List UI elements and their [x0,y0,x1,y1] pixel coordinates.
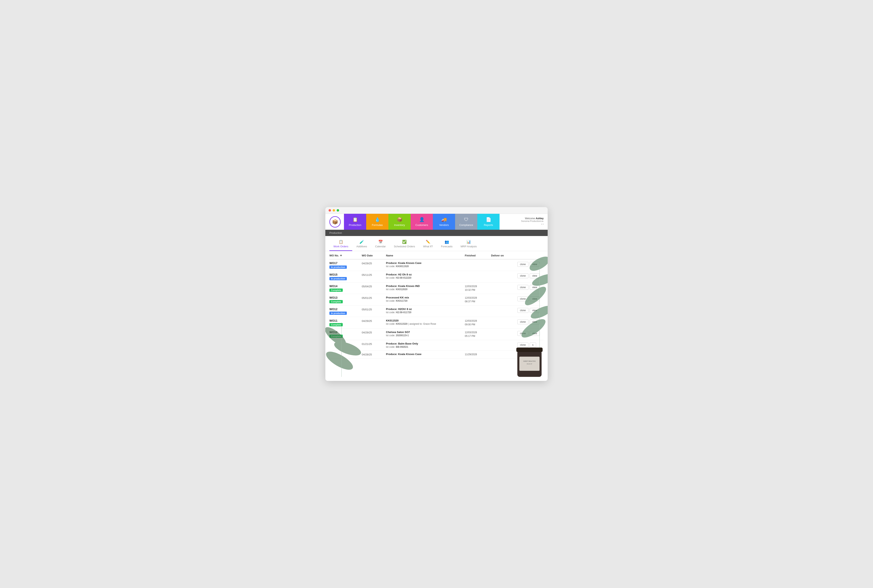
finished-cell: 12/03/202810:32 PM [465,285,491,292]
view-button[interactable]: view [530,320,540,324]
status-badge: Complete [329,334,343,338]
action-cell [518,352,544,353]
clone-button[interactable]: clone [518,308,528,313]
clone-button[interactable]: clone [518,296,528,301]
nav-item-compliance[interactable]: 🛡 Compliance [455,214,477,230]
formulas-icon: 💧 [375,217,380,222]
view-button[interactable]: view [530,262,540,267]
tab-additives-label: Additives [356,245,367,248]
col-wo-no[interactable]: WO No. ▼ [329,254,362,257]
status-badge: In production [329,312,347,315]
logo: 📦 [329,214,344,230]
name-cell: Produce: H2Oh! 8 oz lot code: H2:08-0117… [386,308,465,314]
col-name: Name [386,254,465,257]
finished-cell: 12/03/202805:17 PM [465,331,491,338]
settings-dots[interactable]: • • [521,223,544,226]
lot-code: lot code: H2:08-011720 [386,311,465,314]
skip-button[interactable]: s [530,342,536,347]
name-cell: Produce: Koala Kisses Case [386,352,465,356]
work-orders-table: WO No. ▼ WO Date Name Finished Deliver o… [326,251,548,358]
tab-mrp-analysis[interactable]: 📊 MRP Analysis [456,238,481,251]
wo-number: WO10 [329,331,362,334]
col-wo-date: WO Date [362,254,386,257]
nav-item-production[interactable]: 📋 Production [344,214,366,230]
section-title: Production [329,231,342,234]
nav-item-customers[interactable]: 👤 Customers [411,214,433,230]
tab-work-orders[interactable]: 📋 Work Orders [329,238,352,251]
clone-button[interactable]: clone [518,320,528,324]
svg-text:BALM UP: BALM UP [527,363,532,364]
table-row: WO11 Complete 04/29/25 KK011520 lot code… [329,317,544,328]
action-cell: clone view [518,308,544,313]
production-icon: 📋 [352,217,358,222]
item-name: Chelsea Salon SO7 [386,331,465,334]
name-cell: Produce: Koala Kisses Case lot code: KK0… [386,261,465,268]
tab-mrp-analysis-label: MRP Analysis [460,245,477,248]
maximize-button[interactable] [337,209,339,212]
wo-date-cell: 01/21/25 [362,342,386,345]
close-button[interactable] [328,209,331,212]
calendar-icon: 📅 [378,240,383,244]
customers-icon: 👤 [419,217,424,222]
wo-date-cell: 04/29/25 [362,261,386,265]
minimize-button[interactable] [333,209,335,212]
lot-code: lot code: H2:08-012220 [386,276,465,279]
tab-scheduled-orders[interactable]: ✅ Scheduled Orders [390,238,419,251]
name-cell: Produce: Koala Kisses IND lot code: KK01… [386,285,465,291]
titlebar [326,207,548,214]
wo-number-cell: WO10 Complete [329,331,362,338]
nav-item-formulas[interactable]: 💧 Formulas [366,214,388,230]
name-cell: Chelsea Salon SO7 lot code: 20200115-1 [386,331,465,337]
col-actions [518,254,544,257]
view-button[interactable]: view [530,331,540,336]
lot-code: lot code: KK0011520 [386,265,465,268]
table-row: 04/28/25 Produce: Koala Kisses Case 11/2… [329,351,544,358]
view-button[interactable]: view [530,285,540,290]
lot-code: lot code: 20200115-1 [386,334,465,337]
table-row: WO14 Complete 05/04/25 Produce: Koala Ki… [329,282,544,294]
col-finished: Finished [465,254,491,257]
action-cell: clone s [518,342,544,347]
name-cell: Produce: H2 Oh 8 oz lot code: H2:08-0122… [386,273,465,279]
welcome-name: Ashley [536,217,544,220]
wo-number-cell: WO17 In production [329,261,362,269]
lot-code: lot code: KK011720 [386,300,465,302]
tab-forecasts[interactable]: 👥 Forecasts [437,238,456,251]
inventory-label: Inventory [394,224,405,226]
name-cell: Produce: Balm Base Only lot code: BB:092… [386,342,465,348]
clone-button[interactable]: clone [518,262,528,267]
nav-item-reports[interactable]: 📄 Reports [477,214,500,230]
finished-cell: 12/03/202809:00 PM [465,319,491,326]
view-button[interactable]: view [530,296,540,301]
nav-item-vendors[interactable]: 🚚 Vendors [433,214,455,230]
tab-additives[interactable]: 🧪 Additives [352,238,371,251]
action-cell: clone view [518,319,544,324]
tab-forecasts-label: Forecasts [441,245,453,248]
view-button[interactable]: view [530,273,540,278]
formulas-label: Formulas [372,224,383,226]
mrp-analysis-icon: 📊 [466,240,471,244]
clone-button[interactable]: clone [518,285,528,290]
nav-bar: 📋 Production 💧 Formulas 📦 Inventory 👤 Cu… [344,214,548,230]
action-cell: clone view [518,296,544,301]
tab-calendar-label: Calendar [375,245,386,248]
table-header: WO No. ▼ WO Date Name Finished Deliver o… [329,251,544,260]
nav-item-inventory[interactable]: 📦 Inventory [388,214,411,230]
clone-button[interactable]: clone [518,342,528,347]
item-name: Produce: H2 Oh 8 oz [386,273,465,276]
compliance-icon: 🛡 [464,217,468,222]
svg-rect-12 [519,357,540,371]
clone-button[interactable]: clone [518,273,528,278]
status-badge: Complete [329,288,343,292]
tab-calendar[interactable]: 📅 Calendar [371,238,390,251]
clone-button[interactable]: clone [518,331,528,336]
tab-what-if[interactable]: ✏️ What If? [419,238,437,251]
wo-number: WO15 [329,273,362,276]
additives-icon: 🧪 [360,240,364,244]
item-name: Produce: Balm Base Only [386,342,465,345]
table-row: WO10 Complete 04/29/25 Chelsea Salon SO7… [329,328,544,340]
status-badge: Complete [329,300,343,303]
wo-number-cell: WO13 Complete [329,296,362,303]
lot-code: lot code: KK012020 [386,288,465,291]
view-button[interactable]: view [530,308,540,313]
